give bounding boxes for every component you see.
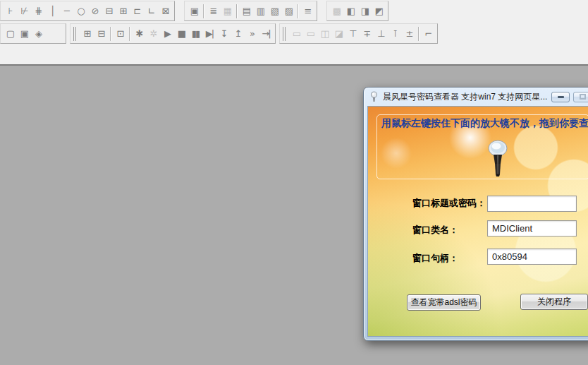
screen-monitor-icon[interactable]: ▣ bbox=[187, 3, 201, 19]
maximize-button[interactable] bbox=[573, 92, 588, 102]
terminal-block-4-icon[interactable]: ◪ bbox=[331, 25, 345, 42]
view-adsl-password-button[interactable]: 查看宽带adsl密码 bbox=[407, 294, 481, 311]
screen: ⊦⊬⋕│─○⊘⊟⊞⊏∟⊠ ▣≣▦▤▥▧▨≡ ▩◧◨◩ ▢▣◈ ⊞⊟⊡✱✲▶■▮▮… bbox=[0, 0, 588, 365]
pause-icon[interactable]: ▮▮ bbox=[188, 25, 202, 42]
window-title-or-password-input[interactable] bbox=[487, 196, 577, 212]
watch-register-x-icon[interactable]: ▥ bbox=[253, 3, 267, 19]
toolbar-band-ladder-tools: ⊦⊬⋕│─○⊘⊟⊞⊏∟⊠ bbox=[0, 1, 175, 21]
window-class-input[interactable] bbox=[487, 220, 577, 237]
window-class-label: 窗口类名： bbox=[412, 224, 458, 237]
terminal-block-3-icon[interactable]: ◫ bbox=[317, 25, 331, 42]
bus-tap-3-icon[interactable]: ⊥ bbox=[374, 25, 388, 42]
toolbar-grip[interactable] bbox=[283, 27, 286, 41]
project-open-icon[interactable]: ▣ bbox=[17, 25, 31, 42]
toolbar-band-project-tools: ▢▣◈ bbox=[0, 23, 66, 44]
project-convert-icon[interactable]: ◈ bbox=[31, 25, 45, 42]
run-icon[interactable]: ▶ bbox=[160, 25, 174, 42]
plc-write-icon[interactable]: ⊟ bbox=[94, 25, 108, 42]
ladder-close-contact-icon[interactable]: ⊬ bbox=[17, 3, 31, 19]
cross-reference-list-icon[interactable]: ≡ bbox=[300, 3, 314, 19]
project-new-icon[interactable]: ▢ bbox=[3, 25, 17, 42]
window-z-icon[interactable]: ◧ bbox=[343, 3, 357, 19]
toolbar-separator bbox=[236, 4, 237, 18]
close-program-button[interactable]: 关闭程序 bbox=[520, 294, 588, 310]
minimize-icon bbox=[558, 96, 564, 98]
toolbar-row-1: ⊦⊬⋕│─○⊘⊟⊞⊏∟⊠ ▣≣▦▤▥▧▨≡ ▩◧◨◩ bbox=[0, 1, 388, 21]
vertical-line-icon[interactable]: │ bbox=[45, 3, 59, 19]
horizontal-line-icon[interactable]: ─ bbox=[59, 3, 73, 19]
toolbar-separator bbox=[110, 27, 111, 41]
run-to-end-icon[interactable]: →| bbox=[259, 25, 273, 42]
window-title: 晨风星号密码查看器 支持win7 支持网页星... bbox=[383, 91, 551, 103]
inverted-coil-icon[interactable]: ⊘ bbox=[87, 3, 102, 19]
password-viewer-window: 晨风星号密码查看器 支持win7 支持网页星... 用鼠标左键按住下面的放大镜不… bbox=[363, 87, 588, 341]
plc-read-icon[interactable]: ⊞ bbox=[80, 25, 94, 42]
titlebar[interactable]: 晨风星号密码查看器 支持win7 支持网页星... bbox=[364, 88, 588, 106]
coil-icon[interactable]: ○ bbox=[73, 3, 87, 19]
instruction-box-alt-icon[interactable]: ⊞ bbox=[116, 3, 130, 19]
layer-stack-icon[interactable]: ≣ bbox=[206, 3, 220, 19]
step-down-icon[interactable]: ↧ bbox=[216, 25, 231, 42]
toolbar-row-2: ▢▣◈ ⊞⊟⊡✱✲▶■▮▮▶|↧↥»→| ▭▭◫◪⊤∓⊥⊺±⌐ bbox=[0, 23, 438, 44]
ladder-parallel-contact-icon[interactable]: ⋕ bbox=[31, 3, 45, 19]
step-up-icon[interactable]: ↥ bbox=[231, 25, 245, 42]
maximize-icon bbox=[580, 94, 586, 100]
toolbar-band-window-tools: ▩◧◨◩ bbox=[326, 1, 388, 21]
toolbar-separator bbox=[203, 4, 204, 18]
watch-register-check-icon[interactable]: ▧ bbox=[267, 3, 281, 19]
wire-return-icon[interactable]: ⌐ bbox=[421, 25, 435, 42]
minimize-button[interactable] bbox=[551, 92, 570, 102]
device-transfer-icon[interactable]: ▩ bbox=[329, 3, 343, 19]
magnifier-3d-icon[interactable] bbox=[486, 139, 510, 177]
bus-tap-4-icon[interactable]: ⊺ bbox=[388, 25, 402, 42]
bus-tap-2-icon[interactable]: ∓ bbox=[360, 25, 374, 42]
toolbar-band-wiring-tools: ▭▭◫◪⊤∓⊥⊺±⌐ bbox=[279, 23, 438, 44]
toolbar-separator bbox=[418, 27, 419, 41]
dot-grid-icon[interactable]: ▦ bbox=[220, 3, 234, 19]
branch-line-icon[interactable]: ⊏ bbox=[130, 3, 144, 19]
stop-icon[interactable]: ■ bbox=[174, 25, 188, 42]
dialog-client-area: 用鼠标左键按住下面的放大镜不放，拖到你要查看密码的 窗口标题或密码： 窗口类名：… bbox=[367, 106, 588, 337]
toolbar-separator bbox=[298, 4, 298, 18]
toolbar-band-view-tools: ▣≣▦▤▥▧▨≡ bbox=[184, 1, 317, 21]
watch-register-minus-icon[interactable]: ▨ bbox=[281, 3, 295, 19]
toolbar-separator bbox=[129, 27, 130, 41]
watch-register-z-icon[interactable]: ▤ bbox=[239, 3, 253, 19]
delete-line-icon[interactable]: ⊠ bbox=[158, 3, 172, 19]
toolbar-band-online-tools: ⊞⊟⊡✱✲▶■▮▮▶|↧↥»→| bbox=[70, 23, 276, 44]
instruction-text: 用鼠标左键按住下面的放大镜不放，拖到你要查看密码的 bbox=[381, 117, 588, 130]
application-toolbar: ⊦⊬⋕│─○⊘⊟⊞⊏∟⊠ ▣≣▦▤▥▧▨≡ ▩◧◨◩ ▢▣◈ ⊞⊟⊡✱✲▶■▮▮… bbox=[0, 0, 588, 66]
window-x-icon[interactable]: ◨ bbox=[357, 3, 372, 19]
window-handle-input[interactable] bbox=[487, 249, 577, 265]
window-title-or-password-label: 窗口标题或密码： bbox=[412, 197, 486, 210]
terminal-block-2-icon[interactable]: ▭ bbox=[303, 25, 317, 42]
toolbar-grip[interactable] bbox=[73, 27, 76, 41]
instruction-box-icon[interactable]: ⊟ bbox=[102, 3, 116, 19]
ladder-open-contact-icon[interactable]: ⊦ bbox=[3, 3, 17, 19]
window-handle-label: 窗口句柄： bbox=[412, 252, 458, 265]
magnifier-icon bbox=[369, 91, 379, 102]
fast-run-icon[interactable]: » bbox=[245, 25, 259, 42]
bus-tap-1-icon[interactable]: ⊤ bbox=[345, 25, 360, 42]
bus-tap-5-icon[interactable]: ± bbox=[402, 25, 416, 42]
window-controls bbox=[551, 92, 588, 102]
monitor-list-icon[interactable]: ⊡ bbox=[113, 25, 127, 42]
step-run-icon[interactable]: ▶| bbox=[202, 25, 216, 42]
terminal-block-1-icon[interactable]: ▭ bbox=[289, 25, 303, 42]
corner-line-icon[interactable]: ∟ bbox=[144, 3, 158, 19]
hand-pause-icon[interactable]: ✱ bbox=[132, 25, 146, 42]
window-check-icon[interactable]: ◩ bbox=[372, 3, 386, 19]
hand-stop-icon[interactable]: ✲ bbox=[146, 25, 160, 42]
